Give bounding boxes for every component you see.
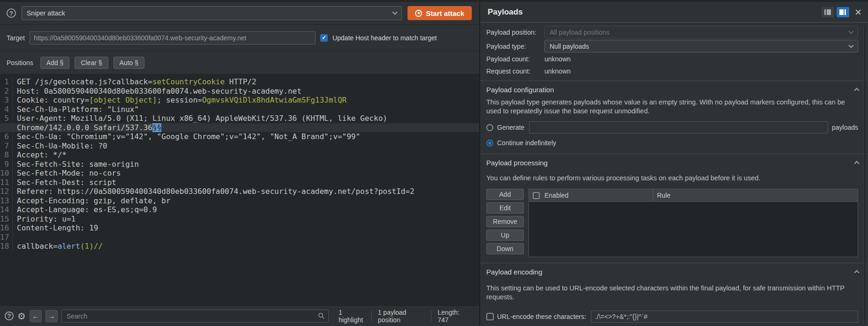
- payload-processing-title: Payload processing: [486, 159, 855, 167]
- burp-intruder-window: ? Sniper attack Start attack Target ✓ Up…: [0, 0, 868, 326]
- attack-config-panel: ? Sniper attack Start attack Target ✓ Up…: [0, 2, 480, 326]
- code-line: 14Accept-Language: es-ES,es;q=0.9: [0, 205, 479, 215]
- processing-edit-button[interactable]: Edit: [486, 202, 524, 214]
- payload-position-label: Payload position:: [486, 29, 544, 36]
- clear-markers-button[interactable]: Clear §: [75, 57, 108, 69]
- add-marker-button[interactable]: Add §: [40, 57, 70, 69]
- request-editor-code: 1GET /js/geolocate.js?callback=setCountr…: [0, 77, 479, 251]
- payload-configuration-description: This payload type generates payloads who…: [480, 97, 868, 116]
- url-encode-characters-input[interactable]: [591, 311, 858, 323]
- line-text: Referer: https://0a5800590400340d80eb033…: [13, 187, 415, 196]
- chevron-down-icon: [848, 29, 853, 34]
- line-number: 16: [0, 223, 13, 233]
- url-encode-checkbox[interactable]: [486, 313, 494, 320]
- line-number: 11: [0, 178, 13, 187]
- code-line: 3Cookie: country=[object Object]; sessio…: [0, 96, 479, 105]
- code-line: 10Sec-Fetch-Mode: no-cors: [0, 169, 479, 178]
- forward-arrow-button[interactable]: →: [45, 310, 58, 322]
- start-attack-label: Start attack: [426, 9, 464, 17]
- line-number: 12: [0, 187, 13, 196]
- processing-up-button[interactable]: Up: [486, 230, 524, 241]
- rule-column-label: Rule: [653, 192, 671, 199]
- status-group: 1 highlight 1 payload position Length: 7…: [332, 306, 475, 326]
- payload-encoding-title: Payload encoding: [486, 268, 855, 276]
- processing-rules-table-body[interactable]: [529, 202, 858, 257]
- payload-count-value: unknown: [544, 55, 571, 63]
- line-number: 15: [0, 215, 13, 224]
- payload-processing-description: You can define rules to perform various …: [480, 173, 868, 183]
- attack-type-select[interactable]: Sniper attack: [22, 6, 402, 20]
- maximize-layout-button[interactable]: [837, 7, 849, 17]
- line-text: Accept-Language: es-ES,es;q=0.9: [13, 205, 157, 215]
- line-text: Sec-Fetch-Dest: script: [13, 178, 116, 187]
- payloads-title: Payloads: [488, 7, 819, 17]
- help-icon[interactable]: ?: [7, 8, 16, 18]
- line-number: 2: [0, 87, 13, 96]
- payload-position-select: All payload positions: [544, 26, 858, 38]
- code-line: Chrome/142.0.0.0 Safari/537.36§§: [0, 123, 479, 133]
- payload-settings-rows: Payload position: All payload positions …: [480, 22, 868, 77]
- auto-markers-button[interactable]: Auto §: [113, 57, 144, 69]
- processing-down-button[interactable]: Down: [486, 243, 524, 254]
- split-layout-button[interactable]: [822, 7, 834, 17]
- line-number: 13: [0, 196, 13, 206]
- search-input[interactable]: [61, 310, 329, 323]
- help-icon[interactable]: ?: [5, 311, 14, 320]
- highlight-count: 1 highlight: [332, 309, 371, 324]
- code-line: 4Sec-Ch-Ua-Platform: "Linux": [0, 105, 479, 114]
- collapse-chevron-icon[interactable]: [854, 270, 859, 275]
- continue-indefinitely-label: Continue indefinitely: [497, 139, 556, 147]
- line-text: callback=alert(1)//: [13, 242, 103, 251]
- gear-icon[interactable]: ⚙: [17, 311, 26, 322]
- payload-encoding-header[interactable]: Payload encoding: [480, 264, 868, 279]
- payload-position-row: Payload position: All payload positions: [486, 26, 858, 38]
- line-text: Cookie: country=[object Object]; session…: [13, 96, 347, 105]
- attack-toolbar: ? Sniper attack Start attack: [0, 2, 479, 25]
- request-count-value: unknown: [544, 67, 571, 75]
- request-editor[interactable]: 1GET /js/geolocate.js?callback=setCountr…: [0, 74, 479, 305]
- scrollbar-thumb[interactable]: [863, 24, 867, 324]
- continue-indefinitely-radio[interactable]: [486, 140, 493, 147]
- generate-radio[interactable]: [486, 124, 493, 131]
- line-number: 1: [0, 77, 13, 87]
- generate-row: Generate payloads: [480, 121, 868, 133]
- collapse-chevron-icon[interactable]: [854, 88, 859, 93]
- code-line: 18callback=alert(1)//: [0, 242, 479, 251]
- code-line: 7Sec-Ch-Ua-Mobile: ?0: [0, 141, 479, 151]
- processing-add-button[interactable]: Add: [486, 189, 524, 200]
- request-count-row: Request count: unknown: [486, 66, 858, 77]
- code-line: 2Host: 0a5800590400340d80eb033600fa0074.…: [0, 87, 479, 96]
- chevron-down-icon: [392, 9, 398, 15]
- processing-remove-button[interactable]: Remove: [486, 216, 524, 227]
- collapse-chevron-icon[interactable]: [854, 161, 859, 166]
- url-encode-label: URL-encode these characters:: [497, 313, 586, 320]
- payload-position-value: All payload positions: [550, 29, 849, 36]
- update-host-checkbox[interactable]: ✓: [320, 34, 328, 42]
- scrollbar[interactable]: [863, 24, 867, 324]
- payload-configuration-header[interactable]: Payload configuration: [480, 82, 868, 97]
- close-icon[interactable]: ×: [855, 7, 861, 17]
- line-text: Accept: */*: [13, 150, 67, 160]
- payload-encoding-description: This setting can be used to URL-encode s…: [480, 283, 868, 302]
- line-number: 18: [0, 242, 13, 251]
- positions-label: Positions: [7, 59, 33, 67]
- line-text: Host: 0a5800590400340d80eb033600fa0074.w…: [13, 87, 302, 96]
- processing-rules-table: Enabled Rule: [528, 189, 858, 257]
- payload-type-select[interactable]: Null payloads: [544, 40, 858, 52]
- start-attack-button[interactable]: Start attack: [408, 6, 472, 20]
- payload-type-label: Payload type:: [486, 43, 544, 50]
- code-line: 17: [0, 233, 479, 242]
- code-line: 15Priority: u=1: [0, 215, 479, 224]
- payload-processing-header[interactable]: Payload processing: [480, 155, 868, 170]
- target-url-input[interactable]: [30, 31, 316, 44]
- payloads-header: Payloads ×: [480, 2, 868, 22]
- update-host-label: Update Host header to match target: [332, 34, 437, 42]
- divider: [480, 81, 868, 81]
- generate-count-input[interactable]: [529, 121, 828, 133]
- generate-suffix-label: payloads: [832, 124, 858, 131]
- back-arrow-button[interactable]: ←: [30, 310, 42, 322]
- line-number: 17: [0, 233, 13, 242]
- code-line: 13Accept-Encoding: gzip, deflate, br: [0, 196, 479, 206]
- code-line: 12Referer: https://0a5800590400340d80eb0…: [0, 187, 479, 196]
- enabled-column-checkbox[interactable]: [533, 192, 540, 199]
